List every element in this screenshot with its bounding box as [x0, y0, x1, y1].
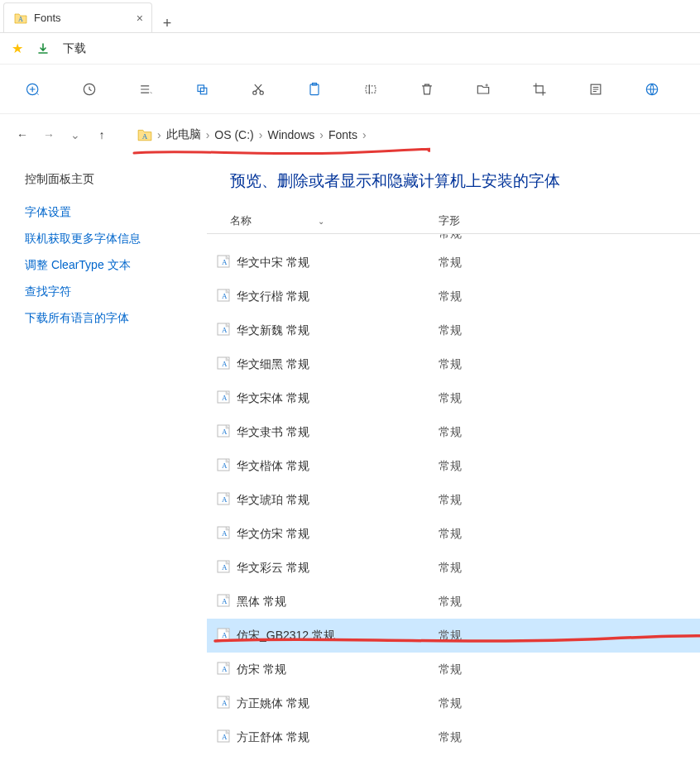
font-name: 华文细黑 常规	[237, 357, 309, 372]
font-row[interactable]: A华文细黑 常规常规	[207, 347, 700, 381]
copy-icon[interactable]	[192, 79, 212, 99]
list-cutoff-top: 常规	[207, 234, 700, 246]
tab-fonts[interactable]: A Fonts ×	[3, 2, 152, 32]
nav-forward-icon: →	[41, 128, 56, 141]
sidebar: 控制面板主页 字体设置 联机获取更多字体信息 调整 ClearType 文本 查…	[0, 155, 207, 770]
favorites-icon[interactable]: ★	[12, 41, 23, 56]
new-folder-icon[interactable]	[473, 79, 493, 99]
font-row[interactable]: A华文新魏 常规常规	[207, 313, 700, 347]
svg-text:A: A	[142, 132, 148, 141]
svg-text:A: A	[222, 428, 228, 436]
svg-text:A: A	[222, 665, 228, 673]
font-row[interactable]: A方正姚体 常规常规	[207, 686, 700, 720]
history-icon[interactable]	[79, 79, 99, 99]
font-file-icon: A	[217, 526, 230, 542]
new-tab-button[interactable]: +	[152, 15, 182, 32]
svg-text:A: A	[222, 394, 228, 402]
font-style: 常规	[439, 595, 538, 610]
sidebar-link[interactable]: 查找字符	[25, 285, 207, 299]
svg-text:A: A	[18, 16, 23, 23]
main: 控制面板主页 字体设置 联机获取更多字体信息 调整 ClearType 文本 查…	[0, 155, 700, 770]
col-style[interactable]: 字形	[439, 213, 538, 228]
font-file-icon: A	[217, 289, 230, 304]
properties-icon[interactable]	[586, 79, 606, 99]
font-style: 常规	[439, 459, 538, 474]
font-row[interactable]: A方正舒体 常规常规	[207, 720, 700, 754]
font-row[interactable]: A华文仿宋 常规常规	[207, 517, 700, 551]
breadcrumb[interactable]: A › 此电脑 › OS (C:) › Windows › Fonts ›	[137, 127, 367, 142]
font-name: 华文彩云 常规	[237, 561, 309, 576]
font-list: 常规 A华文中宋 常规常规A华文行楷 常规常规A华文新魏 常规常规A华文细黑 常…	[207, 234, 700, 754]
breadcrumb-item[interactable]: Fonts	[328, 128, 357, 141]
font-file-icon: A	[217, 628, 230, 643]
font-row[interactable]: A华文楷体 常规常规	[207, 449, 700, 483]
font-file-icon: A	[217, 356, 230, 372]
sort-indicator-icon[interactable]: ⌄	[318, 217, 324, 226]
download-icon[interactable]	[36, 42, 50, 55]
font-style: 常规	[439, 561, 538, 576]
font-style: 常规	[439, 493, 538, 508]
breadcrumb-item[interactable]: Windows	[267, 128, 314, 141]
font-file-icon: A	[217, 662, 230, 677]
font-style: 常规	[439, 425, 538, 440]
breadcrumb-sep: ›	[362, 128, 367, 141]
list-view-icon[interactable]	[136, 79, 156, 99]
paste-icon[interactable]	[304, 79, 324, 99]
col-name[interactable]: 名称	[230, 213, 252, 228]
breadcrumb-sep: ›	[259, 128, 263, 141]
breadcrumb-item[interactable]: 此电脑	[166, 127, 201, 142]
svg-rect-9	[366, 85, 376, 92]
font-file-icon: A	[217, 323, 230, 338]
browser-icon[interactable]	[642, 79, 662, 99]
svg-text:A: A	[222, 529, 228, 538]
sidebar-link[interactable]: 字体设置	[25, 205, 207, 220]
svg-text:A: A	[222, 462, 228, 470]
font-style: 常规	[439, 527, 538, 542]
font-row[interactable]: A黑体 常规常规	[207, 585, 700, 619]
font-file-icon: A	[217, 594, 230, 610]
font-row[interactable]: A华文彩云 常规常规	[207, 551, 700, 585]
download-label[interactable]: 下载	[63, 41, 86, 56]
sidebar-link[interactable]: 联机获取更多字体信息	[25, 232, 207, 246]
font-name: 华文中宋 常规	[237, 256, 309, 270]
font-row[interactable]: A仿宋 常规常规	[207, 653, 700, 686]
font-name: 方正舒体 常规	[237, 730, 309, 745]
sidebar-link[interactable]: 调整 ClearType 文本	[25, 258, 207, 273]
breadcrumb-item[interactable]: OS (C:)	[214, 128, 253, 141]
font-file-icon: A	[217, 729, 230, 745]
new-item-icon[interactable]	[23, 79, 43, 99]
rename-icon[interactable]	[361, 79, 381, 99]
breadcrumb-sep: ›	[319, 128, 324, 141]
font-name: 华文行楷 常规	[237, 289, 309, 304]
font-row[interactable]: A华文中宋 常规常规	[207, 246, 700, 280]
svg-text:A: A	[222, 597, 228, 605]
font-name: 黑体 常规	[237, 595, 286, 610]
bookmarks-bar: ★ 下载	[0, 33, 700, 65]
font-name: 华文楷体 常规	[237, 459, 309, 474]
cut-icon[interactable]	[248, 79, 268, 99]
nav-row: ← → ⌄ ↑ A › 此电脑 › OS (C:) › Windows › Fo…	[0, 114, 700, 155]
font-style: 常规	[439, 323, 538, 338]
font-row[interactable]: A华文行楷 常规常规	[207, 280, 700, 313]
font-row[interactable]: A华文宋体 常规常规	[207, 381, 700, 415]
svg-text:A: A	[222, 495, 228, 504]
font-file-icon: A	[217, 424, 230, 440]
font-row[interactable]: A仿宋_GB2312 常规常规	[207, 619, 700, 653]
breadcrumb-sep: ›	[157, 128, 161, 141]
font-file-icon: A	[217, 390, 230, 406]
nav-back-icon[interactable]: ←	[15, 128, 30, 141]
sidebar-home[interactable]: 控制面板主页	[25, 172, 207, 187]
font-name: 华文隶书 常规	[237, 425, 309, 440]
font-file-icon: A	[217, 458, 230, 474]
font-row[interactable]: A华文琥珀 常规常规	[207, 483, 700, 517]
delete-icon[interactable]	[417, 79, 437, 99]
nav-up-icon[interactable]: ↑	[94, 128, 109, 141]
tab-close-icon[interactable]: ×	[137, 12, 143, 25]
font-row[interactable]: A华文隶书 常规常规	[207, 415, 700, 449]
font-name: 华文宋体 常规	[237, 391, 309, 406]
svg-rect-7	[310, 84, 319, 95]
sidebar-link[interactable]: 下载所有语言的字体	[25, 311, 207, 326]
nav-recent-icon[interactable]: ⌄	[68, 128, 83, 141]
crop-icon[interactable]	[530, 79, 549, 99]
font-style: 常规	[439, 256, 538, 270]
